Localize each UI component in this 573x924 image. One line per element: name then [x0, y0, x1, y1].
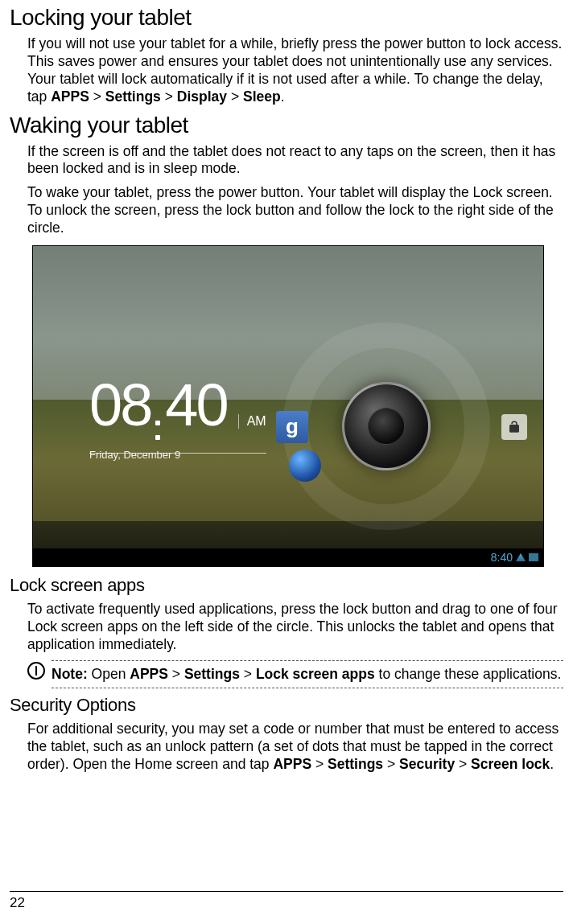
clock-minutes: 40: [165, 371, 226, 439]
wifi-icon: [516, 553, 526, 561]
page-number: 22: [10, 895, 563, 911]
sep: >: [383, 756, 399, 772]
heading-lockapps: Lock screen apps: [10, 575, 563, 596]
clock-hours: 08: [89, 371, 150, 439]
unlock-ring[interactable]: [282, 322, 490, 530]
footer-rule: [10, 891, 563, 892]
breadcrumb-security: Security: [399, 756, 455, 772]
note-text: Note: Open APPS > Settings > Lock screen…: [52, 666, 563, 684]
sep: >: [227, 88, 243, 105]
clock-colon-icon: [155, 421, 160, 451]
sep: >: [240, 666, 256, 682]
text: to change these applications.: [375, 666, 562, 682]
paragraph-locking: If you will not use your tablet for a wh…: [27, 35, 563, 106]
breadcrumb-display: Display: [177, 88, 227, 105]
unlock-target[interactable]: [501, 414, 527, 440]
heading-security: Security Options: [10, 695, 563, 716]
note-icon: [27, 662, 45, 680]
browser-app-icon[interactable]: [289, 450, 321, 482]
breadcrumb-screenlock: Screen lock: [471, 756, 550, 772]
status-bar: 8:40: [33, 548, 543, 566]
text: Open: [92, 666, 130, 682]
text: .: [550, 756, 554, 772]
dashed-divider-bottom: [52, 688, 563, 688]
status-time: 8:40: [491, 551, 513, 564]
breadcrumb-apps: APPS: [273, 756, 311, 772]
text: .: [281, 88, 285, 105]
breadcrumb-lockscreenapps: Lock screen apps: [256, 666, 375, 682]
sep: >: [89, 88, 105, 105]
sep: >: [168, 666, 184, 682]
heading-waking: Waking your tablet: [10, 113, 563, 138]
clock-ampm: AM: [238, 414, 266, 429]
breadcrumb-settings: Settings: [328, 756, 383, 772]
paragraph-lockapps: To activate frequently used applications…: [27, 601, 563, 654]
breadcrumb-settings: Settings: [184, 666, 240, 682]
lockscreen-clock: 08 40 AM Friday, December 9: [89, 371, 266, 461]
breadcrumb-sleep: Sleep: [243, 88, 281, 105]
breadcrumb-apps: APPS: [51, 88, 89, 105]
sep: >: [455, 756, 471, 772]
lockscreen-screenshot: 08 40 AM Friday, December 9 g 8:40: [32, 245, 544, 567]
unlock-icon: [507, 420, 521, 434]
battery-icon: [529, 553, 538, 561]
sep: >: [161, 88, 177, 105]
google-app-icon[interactable]: g: [276, 411, 308, 443]
clock-date: Friday, December 9: [89, 449, 266, 461]
paragraph-waking-2: To wake your tablet, press the power but…: [27, 184, 563, 237]
note-block: Note: Open APPS > Settings > Lock screen…: [27, 660, 563, 689]
heading-locking: Locking your tablet: [10, 5, 563, 31]
camera-lens-icon[interactable]: [342, 382, 431, 470]
page-footer: 22: [10, 891, 563, 911]
sep: >: [311, 756, 328, 772]
breadcrumb-apps: APPS: [130, 666, 168, 682]
lockscreen-apps: g: [271, 411, 303, 482]
dashed-divider-top: [52, 660, 563, 661]
breadcrumb-settings: Settings: [105, 88, 161, 105]
paragraph-security: For additional security, you may set a c…: [27, 721, 563, 774]
paragraph-waking-1: If the screen is off and the tablet does…: [27, 143, 563, 179]
note-label: Note:: [52, 666, 92, 682]
